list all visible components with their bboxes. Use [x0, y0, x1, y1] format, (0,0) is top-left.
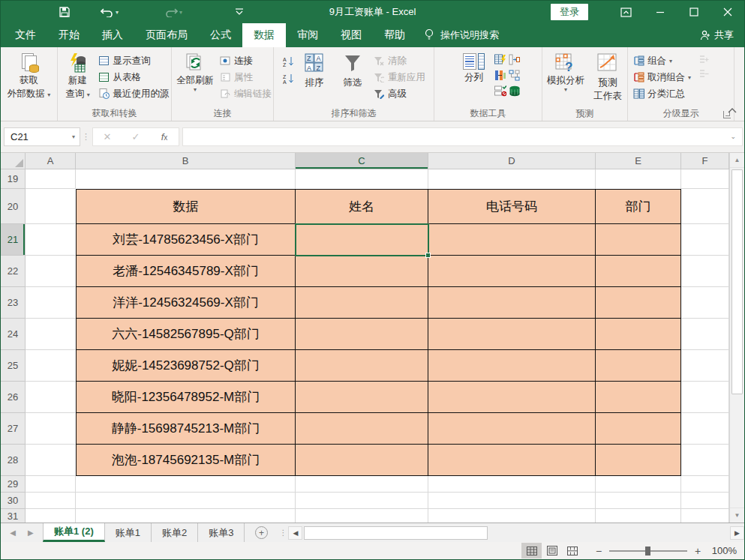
tab-page-layout[interactable]: 页面布局: [134, 23, 199, 47]
row-header-22[interactable]: 22: [1, 256, 26, 287]
zoom-slider[interactable]: [609, 550, 687, 552]
cell-A30[interactable]: [26, 493, 76, 509]
cell-E21[interactable]: [596, 224, 681, 256]
cell-E31[interactable]: [596, 509, 681, 523]
cell-A27[interactable]: [26, 413, 76, 445]
cell-C28[interactable]: [296, 445, 428, 476]
fill-handle[interactable]: [425, 253, 431, 258]
cell-E28[interactable]: [596, 445, 681, 476]
cell-A22[interactable]: [26, 256, 76, 287]
forecast-sheet-button[interactable]: 预测 工作表: [590, 51, 626, 102]
cell-C22[interactable]: [296, 256, 428, 287]
flash-fill-icon[interactable]: [494, 54, 506, 65]
cell-E20[interactable]: 部门: [596, 189, 681, 224]
cell-B23[interactable]: 洋洋-12456324569-X部门: [76, 287, 296, 319]
cell-F20[interactable]: [681, 189, 729, 224]
close-button[interactable]: [710, 1, 744, 23]
data-validation-icon[interactable]: [494, 85, 506, 97]
share-button[interactable]: 共享: [700, 23, 734, 47]
column-header-E[interactable]: E: [596, 153, 681, 169]
cell-E25[interactable]: [596, 350, 681, 382]
cell-F23[interactable]: [681, 287, 729, 319]
cell-B22[interactable]: 老潘-12546345789-X部门: [76, 256, 296, 287]
remove-duplicates-icon[interactable]: [494, 70, 506, 81]
cell-C29[interactable]: [296, 476, 428, 493]
cell-A23[interactable]: [26, 287, 76, 319]
cell-E26[interactable]: [596, 382, 681, 413]
tab-formulas[interactable]: 公式: [199, 23, 242, 47]
cell-E24[interactable]: [596, 319, 681, 350]
column-header-F[interactable]: F: [681, 153, 729, 169]
cell-C24[interactable]: [296, 319, 428, 350]
horizontal-scrollbar[interactable]: ◀ ▶: [288, 523, 744, 542]
cell-B20[interactable]: 数据: [76, 189, 296, 224]
tab-insert[interactable]: 插入: [91, 23, 134, 47]
maximize-button[interactable]: [677, 1, 710, 23]
cell-E30[interactable]: [596, 493, 681, 509]
new-query-button[interactable]: 新建 查询 ▾: [60, 51, 96, 100]
sort-ascending-icon[interactable]: AZ: [282, 55, 294, 67]
tab-home[interactable]: 开始: [47, 23, 91, 47]
scroll-up-icon[interactable]: ▲: [730, 153, 744, 168]
cell-A19[interactable]: [26, 169, 76, 189]
filter-button[interactable]: 筛选: [335, 51, 371, 88]
scroll-down-icon[interactable]: ▼: [730, 508, 744, 523]
cell-B29[interactable]: [76, 476, 296, 493]
sheet-tab-4[interactable]: 账单3: [198, 523, 245, 542]
cell-C20[interactable]: 姓名: [296, 189, 428, 224]
row-header-25[interactable]: 25: [1, 350, 26, 382]
row-header-20[interactable]: 20: [1, 189, 26, 224]
column-header-A[interactable]: A: [26, 153, 76, 169]
cell-D23[interactable]: [428, 287, 596, 319]
cell-D27[interactable]: [428, 413, 596, 445]
zoom-in-button[interactable]: +: [693, 545, 702, 557]
scroll-right-icon[interactable]: ▶: [730, 526, 744, 540]
cell-B19[interactable]: [76, 169, 296, 189]
cell-B27[interactable]: 静静-15698745213-M部门: [76, 413, 296, 445]
sheet-nav-left-icon[interactable]: ◀: [10, 529, 16, 537]
cell-F19[interactable]: [681, 169, 729, 189]
cell-D24[interactable]: [428, 319, 596, 350]
tabbar-splitter[interactable]: ⋮: [278, 523, 288, 542]
active-cell-border[interactable]: [295, 223, 429, 256]
cell-F22[interactable]: [681, 256, 729, 287]
cell-B21[interactable]: 刘芸-14785623456-X部门: [76, 224, 296, 256]
cell-D28[interactable]: [428, 445, 596, 476]
from-table-button[interactable]: 从表格: [98, 70, 170, 84]
cell-E19[interactable]: [596, 169, 681, 189]
formula-bar-expand-icon[interactable]: ⌄: [730, 133, 736, 140]
cell-B25[interactable]: 妮妮-14523698752-Q部门: [76, 350, 296, 382]
zoom-level[interactable]: 100%: [708, 545, 737, 556]
cell-F26[interactable]: [681, 382, 729, 413]
cell-B31[interactable]: [76, 509, 296, 523]
cell-B24[interactable]: 六六-14582567895-Q部门: [76, 319, 296, 350]
column-header-C[interactable]: C: [296, 153, 428, 169]
cell-D21[interactable]: [428, 224, 596, 256]
row-header-23[interactable]: 23: [1, 287, 26, 319]
cell-A28[interactable]: [26, 445, 76, 476]
signin-button[interactable]: 登录: [551, 4, 588, 20]
cell-D25[interactable]: [428, 350, 596, 382]
column-header-D[interactable]: D: [428, 153, 596, 169]
cell-A21[interactable]: [26, 224, 76, 256]
row-header-24[interactable]: 24: [1, 319, 26, 350]
horizontal-scrollbar-thumb[interactable]: [304, 526, 488, 540]
cell-B30[interactable]: [76, 493, 296, 509]
cell-D20[interactable]: 电话号码: [428, 189, 596, 224]
zoom-out-button[interactable]: −: [594, 545, 603, 557]
consolidate-icon[interactable]: [509, 54, 521, 65]
insert-function-icon[interactable]: fx: [150, 131, 179, 142]
name-box-dropdown-icon[interactable]: ▾: [72, 133, 75, 140]
column-header-B[interactable]: B: [76, 153, 296, 169]
cell-C25[interactable]: [296, 350, 428, 382]
connections-button[interactable]: 连接: [219, 54, 272, 67]
recent-sources-button[interactable]: 最近使用的源: [98, 87, 170, 100]
sheet-nav-right-icon[interactable]: ▶: [28, 529, 34, 537]
cell-D19[interactable]: [428, 169, 596, 189]
tab-review[interactable]: 审阅: [286, 23, 329, 47]
minimize-button[interactable]: [643, 1, 677, 23]
cell-E23[interactable]: [596, 287, 681, 319]
row-header-31[interactable]: 31: [1, 509, 26, 523]
cell-F25[interactable]: [681, 350, 729, 382]
cell-A29[interactable]: [26, 476, 76, 493]
